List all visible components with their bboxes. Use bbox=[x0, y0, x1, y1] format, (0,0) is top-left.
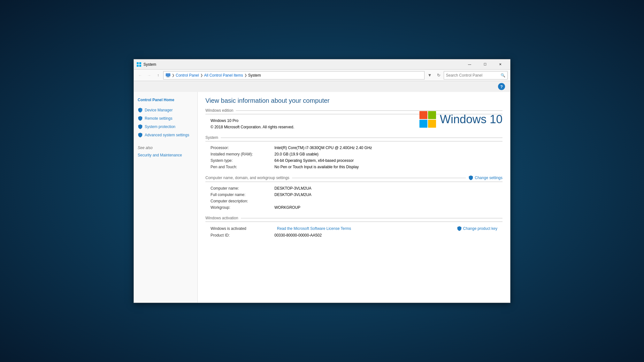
computer-name-header: Computer name, domain, and workgroup set… bbox=[205, 175, 502, 182]
sidebar: Control Panel Home Device Manager Remote… bbox=[134, 92, 198, 303]
computer-name-value: DESKTOP-3VLM2UA bbox=[274, 186, 311, 191]
windows10-logo: Windows 10 bbox=[419, 111, 502, 128]
computer-name-label: Computer name: bbox=[211, 186, 274, 191]
license-terms-link[interactable]: Read the Microsoft Software License Term… bbox=[277, 226, 351, 231]
processor-value: Intel(R) Core(TM) i7-3630QM CPU @ 2.40GH… bbox=[274, 146, 372, 150]
edition-value: Windows 10 Pro bbox=[211, 118, 238, 123]
ram-row: Installed memory (RAM): 20.0 GB (19.9 GB… bbox=[205, 151, 502, 157]
activation-title: Windows activation bbox=[205, 216, 238, 220]
window-icon bbox=[136, 62, 142, 67]
forward-button[interactable]: → bbox=[145, 72, 153, 79]
description-row: Computer description: bbox=[205, 198, 502, 204]
windows10-text: Windows 10 bbox=[440, 113, 502, 126]
flag-quad-yellow bbox=[428, 120, 436, 128]
system-title: System bbox=[205, 135, 218, 140]
close-button[interactable]: ✕ bbox=[493, 59, 508, 70]
processor-label: Processor: bbox=[211, 146, 274, 150]
ram-label: Installed memory (RAM): bbox=[211, 152, 274, 156]
shield-icon-protection bbox=[138, 124, 143, 129]
change-key-action[interactable]: Change product key bbox=[457, 226, 497, 231]
workgroup-label: Workgroup: bbox=[211, 205, 274, 210]
flag-quad-red bbox=[419, 111, 427, 119]
shield-icon-key bbox=[457, 226, 462, 231]
breadcrumb-allitems[interactable]: All Control Panel Items bbox=[204, 73, 243, 78]
up-button[interactable]: ↑ bbox=[154, 72, 162, 79]
content-area: View basic information about your comput… bbox=[198, 92, 510, 303]
maximize-button[interactable]: ☐ bbox=[478, 59, 492, 70]
title-bar: System — ☐ ✕ bbox=[134, 59, 510, 70]
see-also-label: See also bbox=[134, 139, 197, 152]
windows-flag-icon bbox=[419, 111, 436, 128]
shield-icon-advanced bbox=[138, 132, 143, 138]
copyright-value: © 2018 Microsoft Corporation. All rights… bbox=[211, 125, 294, 129]
activation-divider bbox=[241, 218, 502, 218]
computer-name-divider bbox=[292, 178, 466, 178]
computer-name-row: Computer name: DESKTOP-3VLM2UA bbox=[205, 185, 502, 192]
pen-value: No Pen or Touch Input is available for t… bbox=[274, 165, 359, 169]
sidebar-item-security[interactable]: Security and Maintenance bbox=[134, 152, 197, 158]
breadcrumb-bar: ❯ Control Panel ❯ All Control Panel Item… bbox=[163, 71, 425, 79]
sidebar-label-device-manager: Device Manager bbox=[145, 108, 172, 112]
shield-icon-device bbox=[138, 108, 143, 113]
type-value: 64-bit Operating System, x64-based proce… bbox=[274, 158, 354, 163]
svg-rect-6 bbox=[166, 77, 170, 77]
activation-status-label: Windows is activated bbox=[211, 226, 274, 231]
search-icon[interactable]: 🔍 bbox=[501, 73, 505, 78]
pen-row: Pen and Touch: No Pen or Touch Input is … bbox=[205, 164, 502, 170]
address-bar: ← → ↑ ❯ Control Panel ❯ All Control Pane… bbox=[134, 70, 510, 81]
sidebar-item-remote-settings[interactable]: Remote settings bbox=[134, 114, 197, 123]
activation-section: Windows activation Windows is activated … bbox=[205, 216, 502, 238]
main-area: Control Panel Home Device Manager Remote… bbox=[134, 92, 510, 303]
svg-rect-5 bbox=[167, 76, 169, 77]
svg-rect-2 bbox=[137, 65, 139, 67]
sidebar-label-advanced-settings: Advanced system settings bbox=[145, 133, 189, 137]
window-title: System bbox=[143, 62, 462, 67]
pen-label: Pen and Touch: bbox=[211, 165, 274, 169]
system-section: System Processor: Intel(R) Core(TM) i7-3… bbox=[205, 135, 502, 170]
description-label: Computer description: bbox=[211, 199, 274, 203]
processor-row: Processor: Intel(R) Core(TM) i7-3630QM C… bbox=[205, 145, 502, 151]
sidebar-item-advanced-settings[interactable]: Advanced system settings bbox=[134, 131, 197, 139]
shield-icon-change bbox=[468, 175, 473, 180]
product-id-label: Product ID: bbox=[211, 233, 274, 238]
svg-rect-3 bbox=[139, 65, 141, 67]
refresh-dropdown-button[interactable]: ▼ bbox=[426, 72, 433, 79]
search-box: 🔍 bbox=[444, 71, 508, 79]
section-divider bbox=[236, 110, 502, 111]
system-window: System — ☐ ✕ ← → ↑ ❯ Control Panel ❯ All… bbox=[134, 59, 510, 303]
sidebar-label-remote-settings: Remote settings bbox=[145, 116, 172, 121]
activation-header: Windows activation bbox=[205, 216, 502, 222]
full-name-row: Full computer name: DESKTOP-3VLM2UA bbox=[205, 192, 502, 198]
system-header: System bbox=[205, 135, 502, 141]
product-id-row: Product ID: 00330-80000-00000-AA502 bbox=[205, 232, 502, 238]
change-key-label[interactable]: Change product key bbox=[463, 226, 497, 231]
change-settings-action[interactable]: Change settings bbox=[468, 175, 502, 180]
help-button[interactable]: ? bbox=[498, 83, 505, 90]
search-input[interactable] bbox=[446, 73, 501, 78]
computer-icon bbox=[165, 73, 171, 78]
svg-rect-1 bbox=[139, 62, 141, 64]
system-divider bbox=[221, 138, 502, 138]
shield-icon-remote bbox=[138, 116, 143, 121]
product-id-value: 00330-80000-00000-AA502 bbox=[274, 233, 322, 238]
computer-name-title: Computer name, domain, and workgroup set… bbox=[205, 176, 289, 180]
breadcrumb-current: System bbox=[248, 73, 261, 78]
activation-status-row: Windows is activated Read the Microsoft … bbox=[205, 225, 502, 232]
svg-rect-4 bbox=[166, 73, 170, 76]
svg-rect-0 bbox=[137, 62, 139, 64]
change-settings-label[interactable]: Change settings bbox=[475, 176, 502, 180]
sidebar-item-device-manager[interactable]: Device Manager bbox=[134, 106, 197, 114]
full-name-label: Full computer name: bbox=[211, 192, 274, 197]
full-name-value: DESKTOP-3VLM2UA bbox=[274, 192, 311, 197]
workgroup-value: WORKGROUP bbox=[274, 205, 300, 210]
sidebar-home[interactable]: Control Panel Home bbox=[134, 96, 197, 106]
sidebar-label-system-protection: System protection bbox=[145, 124, 175, 129]
breadcrumb-controlpanel[interactable]: Control Panel bbox=[176, 73, 199, 78]
minimize-button[interactable]: — bbox=[462, 59, 477, 70]
computer-name-section: Computer name, domain, and workgroup set… bbox=[205, 175, 502, 211]
workgroup-row: Workgroup: WORKGROUP bbox=[205, 204, 502, 211]
windows-edition-title: Windows edition bbox=[205, 108, 233, 113]
refresh-button[interactable]: ↻ bbox=[435, 72, 442, 79]
sidebar-item-system-protection[interactable]: System protection bbox=[134, 123, 197, 131]
back-button[interactable]: ← bbox=[136, 72, 144, 79]
